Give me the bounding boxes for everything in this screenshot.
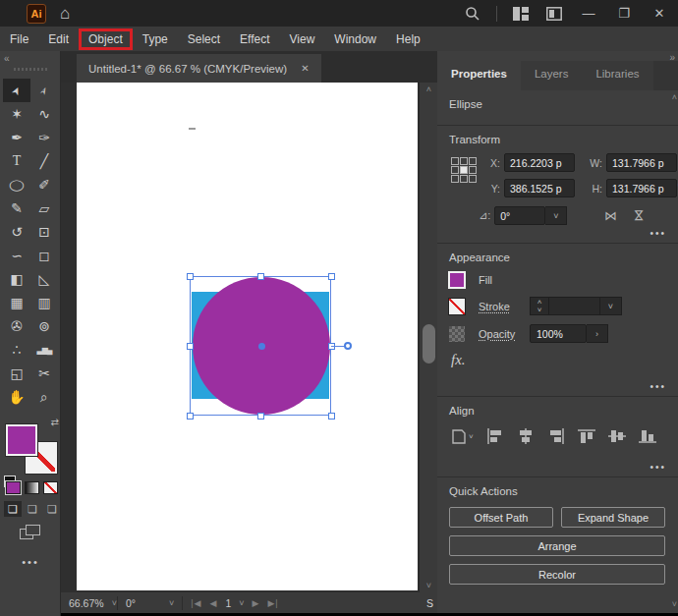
eyedropper-tool[interactable]: ✇ — [3, 314, 30, 338]
document-tab[interactable]: Untitled-1* @ 66.67 % (CMYK/Preview) ✕ — [77, 54, 321, 83]
align-bottom-icon[interactable] — [639, 428, 656, 444]
align-left-icon[interactable] — [486, 428, 504, 444]
next-artboard-icon[interactable]: ▶ — [245, 598, 268, 608]
canvas-vertical-scrollbar[interactable]: ˄ ˅ — [419, 83, 437, 592]
selection-handle[interactable] — [328, 413, 335, 420]
fill-color-swatch[interactable] — [449, 272, 465, 288]
align-horizontal-center-icon[interactable] — [517, 428, 535, 444]
perspective-grid-tool[interactable]: ◺ — [30, 267, 58, 291]
recolor-button[interactable]: Recolor — [449, 564, 665, 585]
symbol-sprayer-tool[interactable]: ∴ — [3, 338, 30, 362]
scroll-up-icon[interactable]: ˄ — [420, 84, 438, 94]
stroke-weight-chevron-icon[interactable]: ˅ — [600, 297, 622, 315]
gradient-tool[interactable]: ▥ — [30, 291, 58, 314]
toolbar-collapse-icon[interactable]: « — [4, 53, 9, 64]
magic-wand-tool[interactable]: ✶ — [3, 102, 30, 126]
stroke-weight-field[interactable] — [549, 297, 600, 315]
first-artboard-icon[interactable]: |◀ — [183, 598, 209, 608]
toolbar-grip[interactable] — [14, 68, 47, 71]
hand-tool[interactable]: ✋ — [3, 385, 30, 409]
draw-normal-mode-icon[interactable]: ❏ — [4, 501, 22, 517]
selection-handle[interactable] — [257, 413, 264, 420]
artboard-tool[interactable]: ◱ — [3, 362, 30, 385]
opacity-field[interactable]: 100% — [530, 324, 587, 343]
close-button[interactable]: ✕ — [649, 6, 670, 21]
home-icon[interactable]: ⌂ — [60, 5, 70, 22]
stroke-weight-stepper[interactable]: ˄˅ — [530, 297, 549, 315]
w-field[interactable]: 131.7966 p — [606, 153, 677, 172]
scale-tool[interactable]: ⊡ — [30, 220, 58, 244]
expand-shape-button[interactable]: Expand Shape — [561, 507, 665, 528]
stroke-label[interactable]: Stroke — [479, 301, 530, 312]
arrange-button[interactable]: Arrange — [449, 535, 665, 556]
zoom-tool[interactable]: ⌕ — [30, 385, 58, 409]
column-graph-tool[interactable]: ▃▆▄ — [30, 338, 58, 362]
mesh-tool[interactable]: ▦ — [3, 291, 30, 314]
arrange-documents-icon[interactable] — [544, 4, 564, 24]
draw-inside-mode-icon[interactable]: ❏ — [43, 501, 61, 517]
menu-view[interactable]: View — [280, 28, 325, 50]
selection-handle[interactable] — [328, 273, 335, 280]
direct-selection-tool[interactable]: ➢ — [30, 79, 58, 102]
rotation-dropdown[interactable]: 0° — [118, 597, 143, 609]
transform-more-icon[interactable]: ••• — [650, 228, 666, 239]
rotate-handle[interactable] — [344, 342, 352, 350]
draw-behind-mode-icon[interactable]: ❏ — [24, 501, 41, 517]
stroke-color-swatch[interactable] — [449, 299, 465, 314]
ellipse-tool[interactable]: ◯ — [3, 173, 30, 196]
eraser-tool[interactable]: ▱ — [30, 196, 58, 220]
menu-select[interactable]: Select — [178, 28, 230, 50]
document-close-icon[interactable]: ✕ — [301, 63, 309, 74]
fx-button[interactable]: fx. — [451, 352, 666, 368]
menu-file[interactable]: File — [0, 28, 38, 50]
offset-path-button[interactable]: Offset Path — [449, 507, 553, 528]
opacity-icon[interactable] — [449, 326, 465, 342]
artboard-number[interactable]: 1 — [217, 597, 239, 609]
blend-tool[interactable]: ⊚ — [30, 314, 58, 338]
search-icon[interactable] — [463, 4, 482, 24]
menu-object[interactable]: Object — [79, 28, 133, 50]
flip-horizontal-icon[interactable]: ⋈ — [604, 208, 617, 223]
selection-handle[interactable] — [187, 273, 194, 280]
rotation-chevron-icon[interactable]: ˅ — [169, 598, 174, 608]
curvature-tool[interactable]: ✑ — [30, 126, 58, 149]
selection-tool[interactable]: ➤ — [3, 79, 30, 102]
fill-label[interactable]: Fill — [479, 274, 530, 286]
reference-point-icon[interactable] — [451, 157, 477, 204]
flip-vertical-icon[interactable]: ⋈ — [632, 209, 647, 222]
align-top-icon[interactable] — [578, 428, 595, 444]
free-transform-tool[interactable]: ◻ — [30, 244, 58, 267]
last-artboard-icon[interactable]: ▶| — [267, 598, 278, 608]
change-screen-mode-icon[interactable] — [20, 525, 41, 540]
previous-artboard-icon[interactable]: ◀ — [209, 598, 217, 608]
h-field[interactable]: 131.7966 p — [606, 179, 677, 197]
pen-tool[interactable]: ✒ — [3, 126, 30, 149]
artboard[interactable] — [77, 83, 418, 590]
none-button[interactable] — [43, 481, 58, 494]
menu-type[interactable]: Type — [133, 28, 178, 50]
object-center-point[interactable] — [258, 343, 265, 350]
line-segment-tool[interactable]: ╱ — [30, 149, 58, 173]
selection-handle[interactable] — [257, 273, 264, 280]
y-field[interactable]: 386.1525 p — [504, 179, 575, 197]
rotation-angle-field[interactable]: 0° — [494, 206, 545, 225]
menu-edit[interactable]: Edit — [38, 28, 79, 50]
color-button[interactable] — [6, 481, 21, 494]
scrollbar-thumb[interactable] — [423, 324, 435, 364]
shape-builder-tool[interactable]: ◧ — [3, 267, 30, 291]
appearance-more-icon[interactable]: ••• — [650, 381, 666, 392]
x-field[interactable]: 216.2203 p — [504, 153, 575, 172]
paintbrush-tool[interactable]: ✐ — [30, 173, 58, 196]
align-to-selection-icon[interactable]: ˅ — [451, 429, 474, 444]
swap-fill-stroke-icon[interactable]: ⇄ — [51, 417, 59, 427]
zoom-level-dropdown[interactable]: 66.67% — [61, 597, 112, 609]
lasso-tool[interactable]: ∿ — [30, 102, 58, 126]
workspace-switcher-icon[interactable] — [511, 4, 531, 24]
fill-swatch[interactable] — [6, 424, 37, 456]
gradient-button[interactable] — [25, 481, 39, 494]
angle-chevron-icon[interactable]: ˅ — [545, 206, 567, 225]
align-vertical-center-icon[interactable] — [608, 428, 626, 444]
opacity-chevron-icon[interactable]: › — [587, 324, 608, 343]
width-tool[interactable]: ∽ — [3, 244, 30, 267]
menu-effect[interactable]: Effect — [230, 28, 279, 50]
